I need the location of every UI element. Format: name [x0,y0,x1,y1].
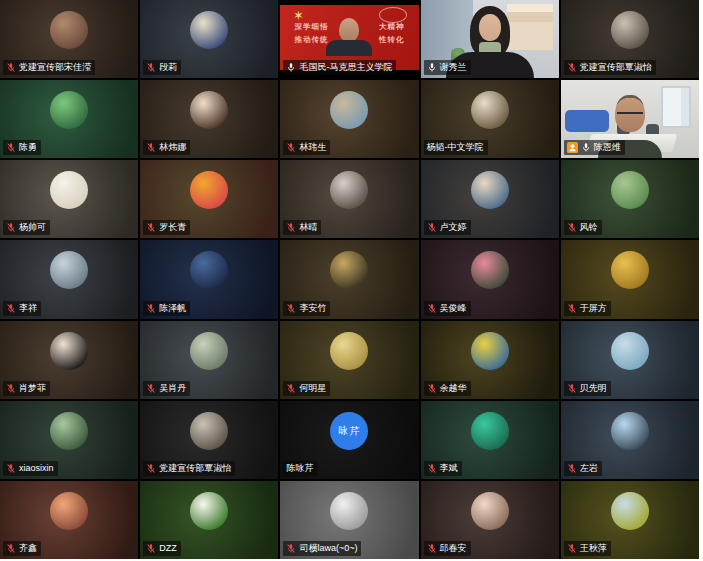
participant-name: 王秋萍 [580,542,607,555]
avatar [471,492,509,530]
participant-tile[interactable]: 党建宣传部覃淑怡 [140,401,278,479]
avatar [611,412,649,450]
participant-tile[interactable]: 谢秀兰 [421,0,559,78]
shelf [507,4,553,50]
participant-tile[interactable]: 林晴 [280,160,418,238]
name-label: 罗长青 [143,220,190,235]
participant-tile[interactable]: 段莉 [140,0,278,78]
avatar-text: 咏芹 [338,424,360,438]
name-label: 风铃 [564,220,602,235]
participant-tile[interactable]: 陈勇 [0,80,138,158]
participant-name: 左岩 [580,462,598,475]
window [661,86,691,128]
participant-tile[interactable]: 何明星 [280,321,418,399]
participant-tile[interactable]: 陈泽帆 [140,240,278,318]
name-label: 李祥 [3,301,41,316]
name-label: 余越华 [424,381,471,396]
participant-tile[interactable]: 风铃 [561,160,699,238]
name-label: 党建宣传部宋佳滢 [3,60,95,75]
mic-muted-icon [427,303,437,314]
participant-tile[interactable]: 林炜娜 [140,80,278,158]
participant-tile[interactable]: 左岩 [561,401,699,479]
participant-tile[interactable]: DZZ [140,481,278,559]
participant-name: 罗长青 [159,221,186,234]
participant-name: 吴肖丹 [159,382,186,395]
participant-tile[interactable]: 陈恩维 [561,80,699,158]
participant-name: 林晴 [299,221,317,234]
participant-name: 林炜娜 [159,141,186,154]
participant-tile[interactable]: ✶ 深学细悟大精神 推动传统性转化 毛国民-马克思主义学院 [280,0,418,78]
avatar [611,171,649,209]
name-label: 党建宣传部覃淑怡 [143,461,235,476]
name-label: 李安竹 [283,301,330,316]
name-label: DZZ [143,541,181,556]
name-label: 杨韬-中文学院 [424,140,488,155]
participant-tile[interactable]: 林玮生 [280,80,418,158]
participant-name: 林玮生 [299,141,326,154]
avatar [50,91,88,129]
avatar [611,492,649,530]
participant-tile[interactable]: 李斌 [421,401,559,479]
participant-tile[interactable]: 邱春安 [421,481,559,559]
participant-grid: 党建宣传部宋佳滢 段莉 ✶ 深学细悟大精神 推动传统性转化 毛国民-马克思主义学… [0,0,699,559]
participant-tile[interactable]: 李祥 [0,240,138,318]
avatar: 咏芹 [330,412,368,450]
participant-tile[interactable]: 党建宣传部覃淑怡 [561,0,699,78]
mic-muted-icon [146,383,156,394]
participant-tile[interactable]: xiaosixin [0,401,138,479]
participant-tile[interactable]: 杨韬-中文学院 [421,80,559,158]
mic-muted-icon [427,543,437,554]
speaker-collar [479,42,501,52]
participant-tile[interactable]: 吴肖丹 [140,321,278,399]
speaker-body [326,40,372,56]
participant-tile[interactable]: 杨帅可 [0,160,138,238]
name-label: 肖梦菲 [3,381,50,396]
mic-muted-icon [286,383,296,394]
participant-tile[interactable]: 卢文婷 [421,160,559,238]
participant-tile[interactable]: 咏芹 陈咏芹 [280,401,418,479]
name-label: 陈恩维 [564,140,625,155]
participant-tile[interactable]: 于屏方 [561,240,699,318]
name-label: 邱春安 [424,541,471,556]
name-label: 齐鑫 [3,541,41,556]
participant-tile[interactable]: 贝先明 [561,321,699,399]
mic-muted-icon [146,543,156,554]
avatar [190,332,228,370]
participant-name: 杨帅可 [19,221,46,234]
participant-tile[interactable]: 余越华 [421,321,559,399]
mic-muted-icon [6,463,16,474]
participant-name: 毛国民-马克思主义学院 [299,61,392,74]
mic-muted-icon [286,222,296,233]
participant-tile[interactable]: 罗长青 [140,160,278,238]
speaker-glasses [617,112,643,119]
mic-muted-icon [6,62,16,73]
name-label: 左岩 [564,461,602,476]
mic-live-icon [286,62,296,73]
avatar [330,332,368,370]
participant-name: 段莉 [159,61,177,74]
participant-name: 党建宣传部覃淑怡 [580,61,652,74]
name-label: 于屏方 [564,301,611,316]
name-label: 林晴 [283,220,321,235]
participant-tile[interactable]: 肖梦菲 [0,321,138,399]
participant-tile[interactable]: 吴俊峰 [421,240,559,318]
avatar [471,251,509,289]
participant-name: 余越华 [440,382,467,395]
participant-tile[interactable]: 司横lawa(~0~) [280,481,418,559]
mic-muted-icon [146,303,156,314]
participant-tile[interactable]: 王秋萍 [561,481,699,559]
avatar [611,332,649,370]
name-label: 吴肖丹 [143,381,190,396]
mic-muted-icon [146,62,156,73]
name-label: 卢文婷 [424,220,471,235]
name-label: 毛国民-马克思主义学院 [283,60,396,75]
participant-tile[interactable]: 齐鑫 [0,481,138,559]
name-label: 何明星 [283,381,330,396]
participant-name: DZZ [159,542,177,555]
mic-muted-icon [567,463,577,474]
avatar [471,91,509,129]
participant-tile[interactable]: 李安竹 [280,240,418,318]
name-label: 贝先明 [564,381,611,396]
participant-tile[interactable]: 党建宣传部宋佳滢 [0,0,138,78]
participant-name: 李安竹 [299,302,326,315]
